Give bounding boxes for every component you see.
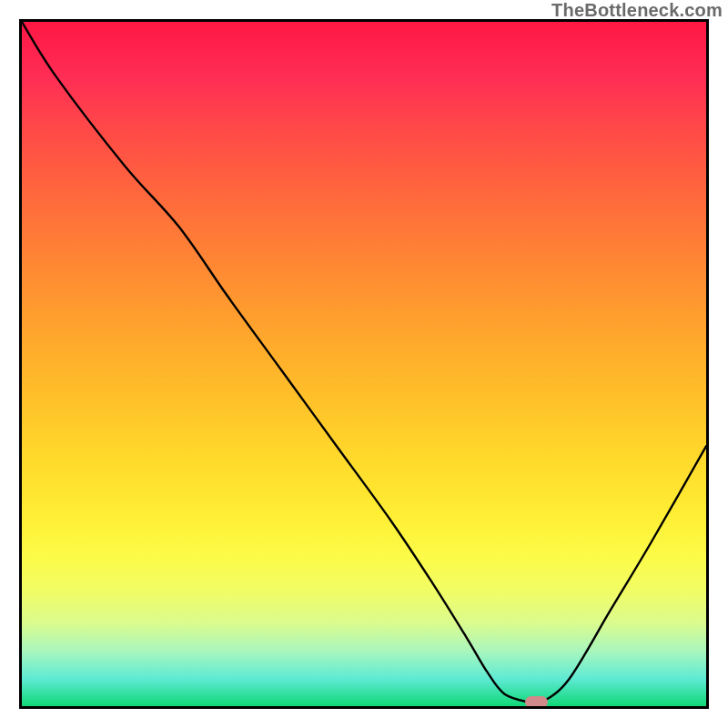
bottleneck-curve — [22, 22, 706, 704]
bottleneck-chart: TheBottleneck.com — [0, 0, 728, 728]
curve-svg — [22, 22, 706, 706]
plot-area — [19, 19, 709, 709]
attribution-label: TheBottleneck.com — [551, 0, 723, 21]
optimum-marker — [525, 696, 547, 708]
